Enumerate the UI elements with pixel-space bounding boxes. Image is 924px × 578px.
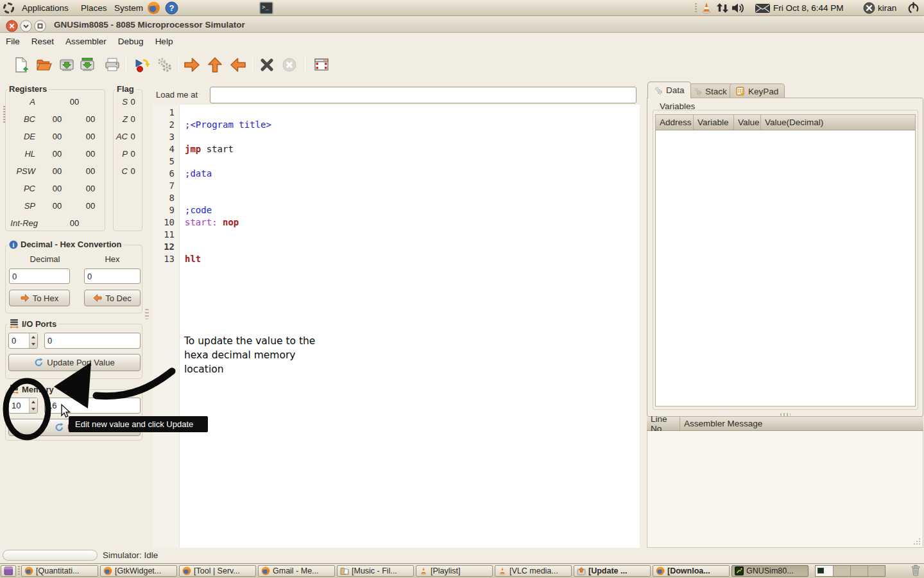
menu-debug[interactable]: Debug [112,33,150,49]
presence-status-icon[interactable] [863,2,875,14]
update-port-value-button[interactable]: Update Port Value [8,354,141,371]
clock[interactable]: Fri Oct 8, 6:44 PM [773,3,844,13]
port-number-spinner[interactable] [8,333,38,349]
assemble-button[interactable] [133,56,151,74]
column-value[interactable]: Value [734,115,761,130]
sidebar-splitter-grip[interactable] [145,309,149,319]
workspace-2[interactable] [833,566,850,576]
window-title: GNUSim8085 - 8085 Microprocessor Simulat… [54,20,245,30]
taskbar-item[interactable]: [Downloa... [653,565,730,577]
taskbar-item[interactable]: [Quantitati... [21,565,98,577]
tab-stack[interactable]: Stack [687,83,733,98]
terminal-launcher-icon[interactable]: >_ [259,1,273,15]
assembler-message-list[interactable] [647,431,923,548]
assembler-message-header: Line No Assembler Message [647,417,923,431]
workspace-1[interactable] [816,566,833,576]
editor-line: 3 [153,131,640,143]
taskbar-item-gnusim[interactable]: GNUSim80... [732,565,809,577]
volume-icon[interactable] [732,2,745,14]
save-as-button[interactable] [78,56,96,74]
new-file-button[interactable] [12,56,30,74]
window-minimize-button[interactable] [20,20,32,32]
stop-button[interactable] [258,56,276,74]
register-row-psw: PSW 00 00 [6,166,106,178]
column-address[interactable]: Address [656,115,694,130]
step-over-button[interactable] [183,56,201,74]
flag-row-ac: AC 0 [114,132,143,143]
spin-down-icon[interactable] [30,341,37,349]
taskbar-item[interactable]: [Music - Fil... [337,565,414,577]
user-menu[interactable]: kiran [878,3,896,13]
firefox-icon [24,566,33,575]
menu-applications[interactable]: Applications [17,0,74,16]
menu-system[interactable]: System [109,0,148,16]
assemble-load-gears-button[interactable] [155,56,173,74]
panel-splitter-grip[interactable] [780,413,791,416]
distributor-logo-icon[interactable] [3,2,15,14]
trash-applet[interactable] [909,564,922,577]
load-me-at-input[interactable] [210,87,637,103]
gnusim8085-icon [735,566,744,575]
menu-help[interactable]: Help [150,33,179,49]
column-value-decimal[interactable]: Value(Decimal) [761,115,915,130]
register-row-de: DE 00 00 [6,132,106,143]
workspace-4[interactable] [868,566,885,576]
editor-code-area[interactable]: 1 2;<Program title> 3 4jmpstart 5 6;data… [153,105,640,548]
menu-reset[interactable]: Reset [26,33,60,49]
column-line-no[interactable]: Line No [647,417,680,430]
taskbar-item[interactable]: [Playlist] [416,565,493,577]
spin-up-icon[interactable] [30,333,37,341]
toggle-panels-button[interactable] [312,56,330,74]
column-assembler-message[interactable]: Assembler Message [680,417,923,430]
step-out-button[interactable] [206,56,224,74]
memory-address-spinner[interactable] [8,398,38,414]
panel-grip[interactable] [695,3,697,13]
menu-places[interactable]: Places [76,0,112,16]
window-close-button[interactable] [6,20,18,32]
mail-notification-icon[interactable] [755,4,770,13]
save-button[interactable] [58,56,76,74]
decimal-label: Decimal [16,254,74,264]
to-hex-button[interactable]: To Hex [9,290,70,306]
memory-frame: Memory Update [5,389,142,441]
taskbar-item[interactable]: [VLC media... [495,565,572,577]
decimal-input[interactable] [9,268,70,284]
menu-assembler[interactable]: Assembler [60,33,112,49]
workspace-switcher[interactable] [815,565,886,577]
hex-input[interactable] [84,268,141,284]
spin-up-icon[interactable] [30,398,37,406]
open-file-button[interactable] [35,56,53,74]
taskbar-item[interactable]: Gmail - Me... [258,565,335,577]
window-maximize-button[interactable] [34,20,46,32]
print-button[interactable] [103,56,121,74]
taskbar-item[interactable]: [GtkWidget... [100,565,177,577]
resize-grip-icon[interactable] [913,538,921,545]
taskbar-item[interactable]: [Update ... [574,565,651,577]
port-value-input[interactable] [44,333,141,349]
dechex-frame: i Decimal - Hex Convertion Decimal Hex T… [5,245,142,313]
register-row-a: A 00 [6,97,106,109]
menu-file[interactable]: File [0,33,26,49]
taskbar-item[interactable]: [Tool | Serv... [179,565,256,577]
editor-line: 10start:nop [153,216,640,229]
memory-value-input[interactable] [44,398,141,414]
spin-down-icon[interactable] [30,406,37,414]
help-launcher-icon[interactable]: ? [165,1,178,15]
step-back-button[interactable] [229,56,247,74]
app-menubar: File Reset Assembler Debug Help [0,33,924,49]
tab-data[interactable]: Data [647,82,691,98]
vlc-tray-icon[interactable] [700,1,713,14]
network-updown-icon[interactable] [717,3,728,13]
hex-label: Hex [84,254,141,264]
power-icon[interactable] [907,2,920,14]
show-desktop-button[interactable] [1,565,16,577]
workspace-3[interactable] [850,566,868,576]
firefox-icon [261,566,270,575]
cancel-disabled-button[interactable] [280,56,298,74]
taskbar-grip[interactable] [18,566,20,576]
column-variable[interactable]: Variable [694,115,734,130]
firefox-launcher-icon[interactable] [147,1,160,15]
tab-keypad[interactable]: KeyPad [730,83,785,98]
to-dec-button[interactable]: To Dec [84,290,141,306]
editor-line: 6;data [153,168,640,180]
